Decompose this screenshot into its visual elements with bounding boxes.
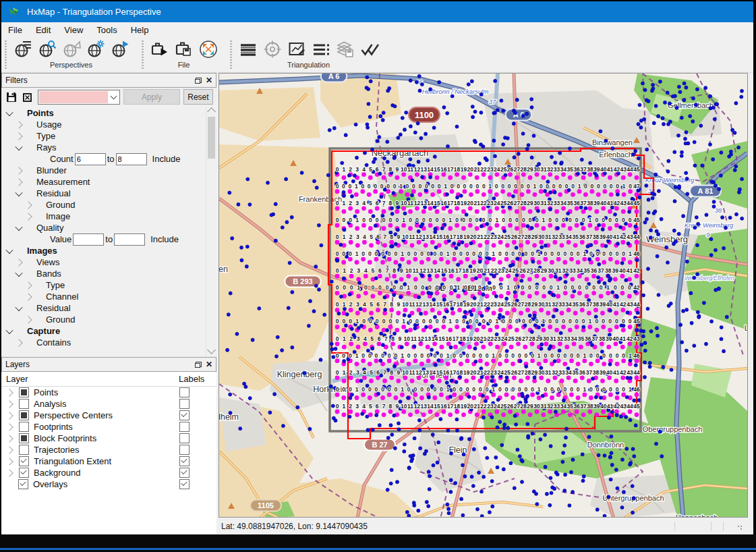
filter-tree-item-bands[interactable]: Bands [1,268,216,279]
chevron-right-icon[interactable] [5,389,13,396]
filter-preset-combobox[interactable] [38,90,120,105]
filter-tree-item-ground[interactable]: Ground [1,199,216,211]
layer-labels-checkbox[interactable] [179,456,190,466]
filter-tree-item-contains[interactable]: Contains [1,337,216,348]
save-filter-button[interactable] [5,90,18,105]
group-drag-handle[interactable] [230,40,232,69]
chevron-right-icon[interactable] [15,121,22,128]
menu-help[interactable]: Help [124,24,156,36]
range-to-input[interactable] [114,233,145,246]
perspective-filter-button[interactable] [12,39,33,60]
layer-row-perspective-centers[interactable]: Perspective Centers [1,410,216,421]
layer-row-points[interactable]: Points [1,387,216,398]
project-save-button[interactable] [173,39,194,60]
menu-file[interactable]: File [1,24,29,36]
chevron-right-icon[interactable] [5,446,13,453]
layer-row-triangulation-extent[interactable]: Triangulation Extent [1,456,216,467]
filters-tree-scrollbar[interactable] [206,106,216,357]
perspective-search-button[interactable] [36,39,57,60]
filter-range-row[interactable]: Value to Include [1,233,216,245]
chevron-right-icon[interactable] [5,435,13,442]
layer-row-trajectories[interactable]: Trajectories [1,444,216,456]
filter-tree-item-residual[interactable]: Residual [1,302,216,314]
layer-row-overlays[interactable]: Overlays [1,478,216,490]
chevron-down-icon[interactable] [5,108,13,115]
filter-tree-item-quality[interactable]: Quality [1,222,216,233]
scroll-up-icon[interactable] [207,107,216,116]
layer-labels-checkbox[interactable] [179,433,190,443]
target-button[interactable] [262,39,283,60]
map-canvas[interactable]: NeckargartachBinswangenErlenbachGellmers… [219,74,747,517]
scrollbar-thumb[interactable] [208,117,215,159]
layer-visibility-checkbox[interactable] [19,399,29,409]
filter-tree-item-type[interactable]: Type [1,130,216,142]
filter-tree-item-residual[interactable]: Residual [1,188,216,199]
chevron-right-icon[interactable] [24,281,32,289]
perspective-settings-button[interactable] [85,39,106,60]
filter-tree-item-rays[interactable]: Rays [1,142,216,153]
adjustment-button[interactable] [286,39,307,60]
layer-row-block-footprints[interactable]: Block Footprints [1,433,216,444]
layer-labels-checkbox[interactable] [179,422,190,432]
menu-tools[interactable]: Tools [90,24,123,36]
group-drag-handle[interactable] [5,40,7,69]
layer-visibility-checkbox[interactable] [19,433,29,443]
delete-filter-button[interactable] [21,90,34,105]
apply-button[interactable]: Apply [123,89,180,105]
chevron-right-icon[interactable] [24,201,32,209]
chevron-right-icon[interactable] [5,423,13,431]
filter-tree-item-image[interactable]: Image [1,211,216,222]
filter-range-row[interactable]: Count to Include [1,153,216,165]
chevron-down-icon[interactable] [15,142,22,150]
filter-tree-item-usage[interactable]: Usage [1,119,216,130]
strips-button[interactable] [237,39,258,60]
layer-visibility-checkbox[interactable] [19,445,29,455]
filter-tree-item-ground[interactable]: Ground [1,314,216,325]
chevron-right-icon[interactable] [24,316,32,323]
layer-row-analysis[interactable]: Analysis [1,398,216,410]
filter-tree-item-images[interactable]: Images [1,245,216,256]
chevron-right-icon[interactable] [5,400,13,408]
resize-grip[interactable] [737,525,744,532]
range-to-input[interactable] [116,153,147,165]
chevron-down-icon[interactable] [15,269,22,276]
close-panel-icon[interactable]: ✕ [206,77,212,84]
filter-tree-item-views[interactable]: Views [1,256,216,268]
menu-view[interactable]: View [57,24,90,36]
scroll-down-icon[interactable] [207,346,216,354]
filter-tree-item-points[interactable]: Points [1,107,216,119]
map-viewport[interactable]: NeckargartachBinswangenErlenbachGellmers… [219,73,748,518]
filter-tree-item-type[interactable]: Type [1,279,216,291]
chevron-right-icon[interactable] [5,412,13,419]
filter-tree-item-channel[interactable]: Channel [1,291,216,302]
layer-labels-checkbox[interactable] [179,445,190,455]
filter-tree-item-blunder[interactable]: Blunder [1,165,216,176]
chevron-right-icon[interactable] [15,258,22,266]
range-from-input[interactable] [73,233,104,246]
perspective-measure-button[interactable] [61,39,82,60]
chevron-right-icon[interactable] [15,132,22,140]
chevron-right-icon[interactable] [5,469,13,476]
layer-labels-checkbox[interactable] [179,468,190,478]
layer-visibility-checkbox[interactable] [18,479,28,489]
report-button[interactable] [310,39,331,60]
perspective-run-button[interactable] [109,39,130,60]
title-bar[interactable]: HxMap - Triangulation Perspective [1,1,753,22]
layer-labels-checkbox[interactable] [179,479,190,489]
layer-visibility-checkbox[interactable] [19,468,29,478]
group-drag-handle[interactable] [142,40,144,69]
chevron-right-icon[interactable] [24,213,32,220]
chevron-down-icon[interactable] [15,223,22,230]
refresh-button[interactable] [198,39,219,60]
filter-tree-item-measurement[interactable]: Measurement [1,176,216,188]
close-panel-icon[interactable]: ✕ [206,361,212,368]
float-panel-icon[interactable] [195,78,202,84]
chevron-right-icon[interactable] [15,339,22,346]
range-from-input[interactable] [75,153,106,165]
stack-save-button[interactable] [335,39,355,60]
layer-visibility-checkbox[interactable] [19,410,29,420]
layer-row-background[interactable]: Background [1,467,216,478]
layer-visibility-checkbox[interactable] [19,422,29,432]
layer-row-footprints[interactable]: Footprints [1,421,216,433]
layer-labels-checkbox[interactable] [179,387,190,397]
